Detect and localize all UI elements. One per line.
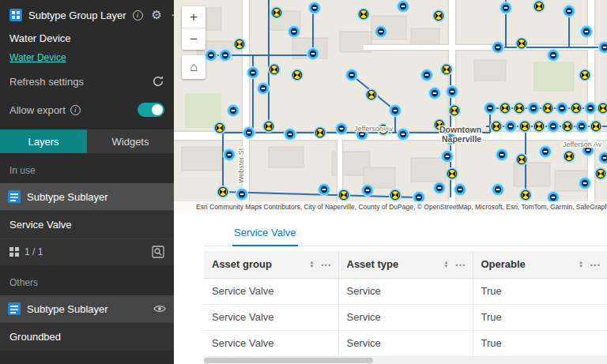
fitting-symbol[interactable] [548,50,560,62]
fitting-symbol[interactable] [492,184,504,196]
valve-symbol[interactable] [234,39,246,51]
valve-symbol[interactable] [571,103,582,114]
valve-symbol[interactable] [595,168,607,180]
valve-symbol[interactable] [590,121,602,133]
column-header-operable[interactable]: Operable▲▼⋯ [473,251,607,278]
valve-symbol[interactable] [366,89,378,101]
fitting-symbol[interactable] [564,6,575,17]
valve-symbol[interactable] [269,64,281,76]
fitting-symbol[interactable] [288,26,300,38]
valve-symbol[interactable] [263,121,275,133]
in-use-sublayer-header[interactable]: Subtype Sublayer [0,183,174,210]
allow-export-toggle[interactable] [138,103,164,117]
fitting-symbol[interactable] [398,1,409,13]
valve-symbol[interactable] [516,154,528,166]
fitting-symbol[interactable] [236,189,248,201]
fitting-symbol[interactable] [556,103,568,114]
fitting-symbol[interactable] [492,42,504,54]
allow-export-info-icon[interactable]: i [70,105,81,115]
column-header-asset-group[interactable]: Asset group▲▼⋯ [204,251,338,278]
valve-symbol[interactable] [441,64,453,76]
horizontal-scrollbar[interactable] [204,357,607,364]
fitting-symbol[interactable] [500,2,512,14]
fitting-symbol[interactable] [442,151,454,163]
layer-source-link[interactable]: Water Device [9,52,66,63]
zoom-in-button[interactable]: + [182,6,205,28]
valve-symbol[interactable] [598,103,607,114]
gear-icon[interactable]: ⚙ [152,9,162,21]
map-view[interactable]: Jefferson AvDowntownNapervilleWebster St… [174,0,607,213]
refresh-icon[interactable] [152,75,164,88]
tab-widgets[interactable]: Widgets [87,129,174,153]
valve-symbol[interactable] [520,190,532,201]
tab-layers[interactable]: Layers [0,129,87,153]
valve-symbol[interactable] [491,121,503,133]
fitting-symbol[interactable] [346,69,358,81]
valve-symbol[interactable] [564,151,575,163]
fitting-symbol[interactable] [285,129,296,141]
fitting-symbol[interactable] [258,83,270,95]
valve-symbol[interactable] [562,121,574,133]
fitting-symbol[interactable] [434,182,446,194]
zoom-out-button[interactable]: − [182,28,205,50]
fitting-symbol[interactable] [540,146,552,158]
scrollbar-thumb[interactable] [204,358,373,363]
valve-symbol[interactable] [516,38,528,50]
fitting-symbol[interactable] [336,123,348,135]
valve-symbol[interactable] [338,190,350,201]
preview-icon[interactable] [152,246,164,258]
table-row[interactable]: Service ValveServiceTrue [204,304,607,330]
fitting-symbol[interactable] [220,50,232,62]
fitting-symbol[interactable] [398,129,409,141]
valve-symbol[interactable] [358,9,370,21]
sort-icon[interactable]: ▲▼ [310,261,315,268]
column-header-asset-type[interactable]: Asset type▲▼⋯ [338,251,473,278]
fitting-symbol[interactable] [496,149,508,161]
column-menu-icon[interactable]: ⋯ [455,261,466,268]
fitting-symbol[interactable] [505,121,517,133]
fitting-symbol[interactable] [454,184,466,196]
valve-symbol[interactable] [390,190,402,201]
column-menu-icon[interactable]: ⋯ [321,261,332,268]
valve-symbol[interactable] [542,103,554,114]
fitting-symbol[interactable] [548,121,560,133]
fitting-symbol[interactable] [228,105,239,117]
tab-service-valve[interactable]: Service Valve [232,221,298,246]
fitting-symbol[interactable] [429,88,441,99]
valve-symbol[interactable] [449,105,461,117]
valve-symbol[interactable] [519,121,531,133]
fitting-symbol[interactable] [309,2,321,14]
fitting-symbol[interactable] [390,105,402,117]
valve-symbol[interactable] [514,103,526,114]
sort-icon[interactable]: ▲▼ [444,261,449,268]
fitting-symbol[interactable] [375,26,387,38]
home-button[interactable]: ⌂ [182,55,205,79]
fitting-symbol[interactable] [447,86,458,98]
fitting-symbol[interactable] [599,42,607,54]
valve-symbol[interactable] [214,122,226,134]
eye-icon[interactable] [153,304,166,313]
fitting-symbol[interactable] [205,50,217,62]
fitting-symbol[interactable] [484,103,496,114]
others-sublayer-header[interactable]: Subtype Sublayer [0,295,174,322]
fitting-symbol[interactable] [576,121,588,133]
column-menu-icon[interactable]: ⋯ [590,261,601,268]
fitting-symbol[interactable] [319,184,330,196]
valve-symbol[interactable] [500,103,511,114]
fitting-symbol[interactable] [581,26,593,38]
fitting-symbol[interactable] [599,152,607,164]
fitting-symbol[interactable] [579,178,591,190]
info-icon[interactable]: i [133,10,143,21]
valve-symbol[interactable] [271,7,283,19]
fitting-symbol[interactable] [224,149,236,161]
fitting-symbol[interactable] [247,67,259,79]
map-svg[interactable]: Jefferson AvDowntownNapervilleWebster St… [174,0,607,213]
valve-symbol[interactable] [533,121,545,133]
sort-icon[interactable]: ▲▼ [579,261,583,268]
fitting-symbol[interactable] [362,185,374,197]
valve-symbol[interactable] [217,186,229,198]
valve-symbol[interactable] [433,10,445,22]
table-row[interactable]: Service ValveServiceTrue [204,330,607,356]
valve-symbol[interactable] [315,127,326,139]
fitting-symbol[interactable] [585,103,597,114]
